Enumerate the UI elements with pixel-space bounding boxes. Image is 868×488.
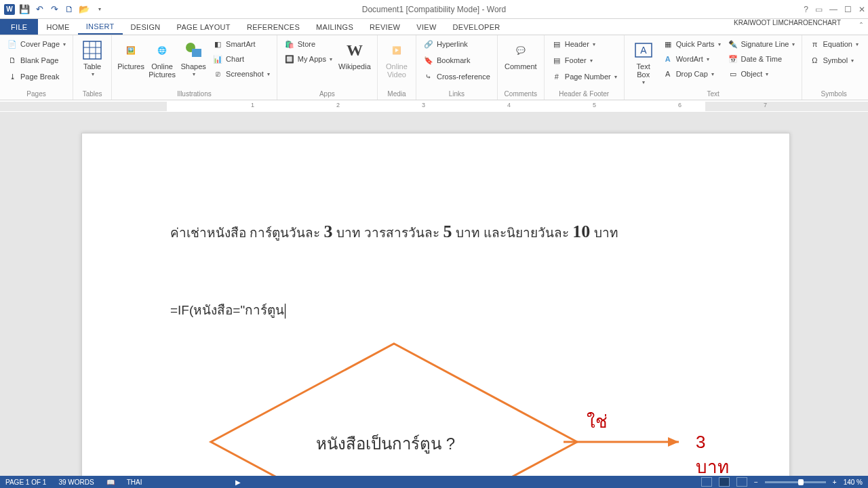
header-label: Header xyxy=(565,40,589,48)
diamond-question[interactable]: หนังสือเป็นการ์ตูน ? xyxy=(316,430,455,457)
cover-page-label: Cover Page xyxy=(20,40,60,48)
doc-paragraph-1[interactable]: ค่าเช่าหนังสือ การ์ตูนวันละ 3 บาท วารสาร… xyxy=(170,222,618,243)
close-icon[interactable]: ✕ xyxy=(859,5,865,14)
tab-view[interactable]: VIEW xyxy=(408,19,444,35)
help-icon[interactable]: ? xyxy=(804,5,808,14)
result-label[interactable]: 3 บาท xyxy=(696,432,729,476)
myapps-button[interactable]: 🔲My Apps▾ xyxy=(281,52,335,66)
collapse-ribbon-icon[interactable]: ˆ xyxy=(860,22,863,31)
status-spellcheck-icon[interactable]: 📖 xyxy=(106,479,115,486)
symbol-button[interactable]: ΩSymbol▾ xyxy=(806,53,856,68)
tab-page-layout[interactable]: PAGE LAYOUT xyxy=(169,19,239,35)
group-media-label: Media xyxy=(382,89,412,100)
tab-insert[interactable]: INSERT xyxy=(78,19,123,35)
zoom-out-icon[interactable]: − xyxy=(754,479,758,486)
equation-button[interactable]: πEquation▾ xyxy=(806,37,861,52)
horizontal-ruler[interactable]: 1 2 3 4 5 6 7 xyxy=(0,100,868,113)
yes-label[interactable]: ใช่ xyxy=(587,407,608,435)
bookmark-button[interactable]: 🔖Bookmark xyxy=(420,53,473,68)
redo-icon[interactable]: ↷ xyxy=(49,4,60,15)
title-bar: W 💾 ↶ ↷ 🗋 📂 ▾ Document1 [Compatibility M… xyxy=(0,0,868,19)
tab-mailings[interactable]: MAILINGS xyxy=(308,19,361,35)
maximize-icon[interactable]: ☐ xyxy=(844,5,852,14)
open-icon[interactable]: 📂 xyxy=(79,4,90,15)
signature-button[interactable]: ✒️Signature Line▾ xyxy=(725,37,798,52)
undo-icon[interactable]: ↶ xyxy=(34,4,45,15)
tab-review[interactable]: REVIEW xyxy=(361,19,408,35)
comment-button[interactable]: 💬Comment xyxy=(502,37,540,73)
view-read-icon[interactable] xyxy=(701,477,712,487)
save-icon[interactable]: 💾 xyxy=(19,4,30,15)
dropcap-button[interactable]: ADrop Cap▾ xyxy=(660,66,724,81)
flowchart[interactable]: หนังสือเป็นการ์ตูน ? ใช่ 3 บาท xyxy=(143,337,699,476)
zoom-level[interactable]: 140 % xyxy=(844,479,863,486)
group-symbols-label: Symbols xyxy=(806,89,861,100)
wikipedia-button[interactable]: WWikipedia xyxy=(336,37,373,73)
header-button[interactable]: ▤Header▾ xyxy=(549,37,598,52)
shapes-icon xyxy=(182,39,204,61)
svg-rect-6 xyxy=(192,49,201,57)
zoom-in-icon[interactable]: + xyxy=(833,479,837,486)
page-number-button[interactable]: #Page Number▾ xyxy=(549,69,620,84)
wordart-button[interactable]: AWordArt▾ xyxy=(660,52,724,66)
wordart-label: WordArt xyxy=(676,55,703,63)
shapes-label: Shapes xyxy=(180,62,205,70)
tab-references[interactable]: REFERENCES xyxy=(239,19,308,35)
tab-developer[interactable]: DEVELOPER xyxy=(445,19,509,35)
zoom-slider[interactable] xyxy=(765,481,826,483)
store-button[interactable]: 🛍️Store xyxy=(281,37,335,52)
object-label: Object xyxy=(741,70,763,78)
datetime-label: Date & Time xyxy=(741,55,783,63)
online-pictures-icon: 🌐 xyxy=(151,39,173,61)
minimize-icon[interactable]: — xyxy=(829,5,837,14)
group-apps-label: Apps xyxy=(281,89,373,100)
quickparts-icon: ▦ xyxy=(663,39,673,49)
user-name[interactable]: KRAIWOOT LIMCHAROENCHART xyxy=(734,19,841,26)
group-text: AText Box▾ ▦Quick Parts▾ AWordArt▾ ADrop… xyxy=(625,35,803,100)
document-page[interactable]: ค่าเช่าหนังสือ การ์ตูนวันละ 3 บาท วารสาร… xyxy=(81,133,790,476)
status-lang[interactable]: THAI xyxy=(127,479,142,486)
hyperlink-label: Hyperlink xyxy=(437,40,468,48)
group-header-footer-label: Header & Footer xyxy=(549,89,620,100)
online-pictures-button[interactable]: 🌐Online Pictures xyxy=(147,37,177,81)
symbol-label: Symbol xyxy=(823,56,848,64)
object-button[interactable]: ▭Object▾ xyxy=(725,66,798,81)
table-button[interactable]: Table▾ xyxy=(77,37,107,81)
shapes-button[interactable]: Shapes▾ xyxy=(178,37,208,81)
pictures-button[interactable]: 🖼️Pictures xyxy=(116,37,146,73)
cross-reference-button[interactable]: ⤷Cross-reference xyxy=(420,69,493,84)
blank-page-button[interactable]: 🗋Blank Page xyxy=(4,53,61,68)
new-icon[interactable]: 🗋 xyxy=(64,4,75,15)
document-area[interactable]: ค่าเช่าหนังสือ การ์ตูนวันละ 3 บาท วารสาร… xyxy=(0,113,868,476)
view-print-icon[interactable] xyxy=(719,477,730,487)
chart-button[interactable]: 📊Chart xyxy=(210,52,273,66)
datetime-button[interactable]: 📅Date & Time xyxy=(725,52,798,66)
doc-formula-line[interactable]: =IF(หนังสือ="การ์ตูน xyxy=(170,300,285,320)
view-web-icon[interactable] xyxy=(736,477,747,487)
comment-icon: 💬 xyxy=(510,39,532,61)
tab-home[interactable]: HOME xyxy=(38,19,77,35)
myapps-icon: 🔲 xyxy=(284,54,295,64)
hyperlink-button[interactable]: 🔗Hyperlink xyxy=(420,37,471,52)
cover-page-button[interactable]: 📄Cover Page▾ xyxy=(4,37,68,52)
wikipedia-icon: W xyxy=(344,39,366,61)
group-pages-label: Pages xyxy=(4,89,68,100)
ribbon-options-icon[interactable]: ▭ xyxy=(815,5,823,14)
ribbon: 📄Cover Page▾ 🗋Blank Page ⤓Page Break Pag… xyxy=(0,35,868,100)
status-words[interactable]: 39 WORDS xyxy=(58,479,94,486)
tab-design[interactable]: DESIGN xyxy=(123,19,169,35)
qat-dropdown-icon[interactable]: ▾ xyxy=(94,4,104,15)
equation-label: Equation xyxy=(823,40,852,48)
tab-file[interactable]: FILE xyxy=(0,19,38,35)
group-comments-label: Comments xyxy=(502,89,540,100)
group-tables: Table▾ Tables xyxy=(73,35,112,100)
status-macro-icon[interactable]: ▶ xyxy=(235,479,241,486)
textbox-button[interactable]: AText Box▾ xyxy=(629,37,658,89)
screenshot-button[interactable]: ⎚Screenshot▾ xyxy=(210,66,273,81)
footer-button[interactable]: ▤Footer▾ xyxy=(549,53,595,68)
page-break-button[interactable]: ⤓Page Break xyxy=(4,69,62,84)
quickparts-button[interactable]: ▦Quick Parts▾ xyxy=(660,37,724,52)
smartart-button[interactable]: ◧SmartArt xyxy=(210,37,273,52)
blank-page-label: Blank Page xyxy=(20,56,58,64)
status-page[interactable]: PAGE 1 OF 1 xyxy=(5,479,46,486)
